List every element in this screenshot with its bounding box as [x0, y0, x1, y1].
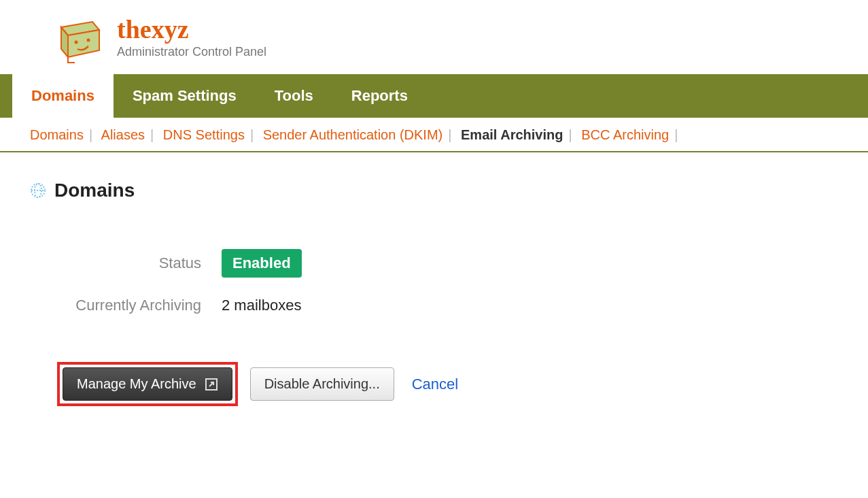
content: Domains Status Enabled Currently Archivi…	[0, 152, 868, 406]
subnav-sender-authentication[interactable]: Sender Authentication (DKIM)	[263, 127, 443, 142]
subnav-domains[interactable]: Domains	[30, 127, 84, 142]
status-badge: Enabled	[222, 249, 302, 278]
highlight-box: Manage My Archive	[57, 362, 238, 406]
manage-my-archive-button[interactable]: Manage My Archive	[63, 367, 232, 401]
globe-icon	[30, 182, 46, 199]
brand-name: thexyz	[117, 16, 266, 42]
currently-archiving-value: 2 mailboxes	[222, 297, 301, 314]
status-label: Status	[45, 254, 222, 272]
svg-point-4	[87, 39, 90, 42]
action-row: Manage My Archive Disable Archiving... C…	[57, 362, 868, 406]
disable-archiving-button[interactable]: Disable Archiving...	[250, 367, 394, 401]
nav-tab-reports[interactable]: Reports	[332, 74, 427, 118]
main-nav: Domains Spam Settings Tools Reports	[0, 74, 868, 118]
svg-marker-2	[68, 30, 99, 57]
page-title: Domains	[54, 180, 135, 201]
currently-archiving-label: Currently Archiving	[45, 297, 222, 314]
subnav-dns-settings[interactable]: DNS Settings	[163, 127, 245, 142]
manage-my-archive-label: Manage My Archive	[77, 376, 196, 392]
nav-tab-domains[interactable]: Domains	[12, 74, 114, 118]
subnav-email-archiving[interactable]: Email Archiving	[461, 127, 563, 142]
nav-tab-spam-settings[interactable]: Spam Settings	[114, 74, 256, 118]
cancel-link[interactable]: Cancel	[412, 376, 458, 393]
svg-point-3	[75, 41, 78, 44]
sub-nav: Domains| Aliases| DNS Settings| Sender A…	[0, 118, 868, 152]
header: thexyz Administrator Control Panel	[0, 0, 868, 74]
brand-logo-icon	[54, 12, 109, 63]
brand-subtitle: Administrator Control Panel	[117, 45, 266, 59]
subnav-bcc-archiving[interactable]: BCC Archiving	[581, 127, 669, 142]
nav-tab-tools[interactable]: Tools	[256, 74, 332, 118]
subnav-aliases[interactable]: Aliases	[101, 127, 145, 142]
popout-icon	[205, 378, 218, 391]
